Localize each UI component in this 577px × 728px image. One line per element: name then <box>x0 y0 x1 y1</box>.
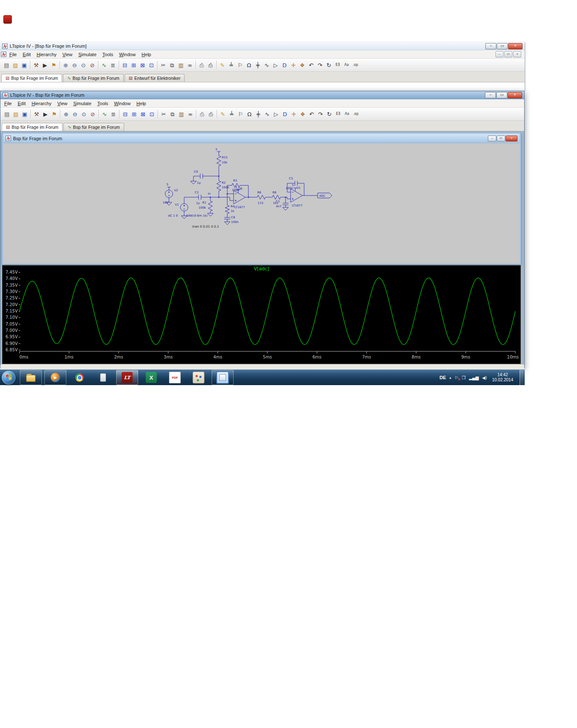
inductor-button[interactable]: ∿ <box>262 60 271 70</box>
view-symbol-button[interactable]: ⊟ <box>120 60 129 70</box>
view-schematic-button[interactable]: ⊞ <box>130 109 139 119</box>
mirror-button[interactable]: EƎ <box>333 60 342 70</box>
diode-button[interactable]: ▷ <box>271 60 280 70</box>
minimize-button[interactable]: – <box>485 92 496 98</box>
trace-legend[interactable]: V[adc] <box>254 266 269 272</box>
view-symbol-button[interactable]: ⊟ <box>121 109 130 119</box>
menu-hierarchy[interactable]: Hierarchy <box>34 51 60 58</box>
net-label-button[interactable]: ⚐ <box>236 109 245 119</box>
tab-window2-1[interactable]: ▤Bsp für Frage im Forum <box>2 123 63 131</box>
print-setup-button[interactable]: ⎙ <box>198 109 207 119</box>
ground-button[interactable]: ╧ <box>227 109 236 119</box>
zoom-full-button[interactable]: ⊙ <box>79 109 88 119</box>
component-button[interactable]: D <box>280 109 289 119</box>
net-label-button[interactable]: ⚐ <box>236 60 245 70</box>
plot-settings-button[interactable]: ∿ <box>100 60 109 70</box>
language-indicator[interactable]: DE <box>440 375 446 380</box>
text-button[interactable]: Aa <box>342 60 351 70</box>
halt-button[interactable]: ⚑ <box>50 109 59 119</box>
close-button[interactable]: × <box>508 92 522 98</box>
menu-edit[interactable]: Edit <box>15 100 29 107</box>
control-panel-button[interactable]: ⚒ <box>32 109 41 119</box>
spice-netlist-button[interactable]: ≣ <box>109 60 117 70</box>
view-log-button[interactable]: ⊡ <box>147 60 156 70</box>
paste-button[interactable]: ▥ <box>177 60 185 70</box>
zoom-in-button[interactable]: ⊕ <box>61 60 70 70</box>
move-button[interactable]: ✛ <box>289 109 298 119</box>
drag-button[interactable]: ❖ <box>298 109 307 119</box>
new-schematic-button[interactable]: ▤ <box>3 109 11 119</box>
find-button[interactable]: ∞ <box>185 60 194 70</box>
cut-button[interactable]: ✂ <box>159 109 168 119</box>
diode-button[interactable]: ▷ <box>272 109 280 119</box>
network-icon[interactable]: ▂▄▆ <box>469 375 479 380</box>
taskbar-ltspice-button[interactable]: LT <box>116 370 138 385</box>
rotate-button[interactable]: ↻ <box>325 109 334 119</box>
tab-window1-1[interactable]: ▤Bsp für Frage im Forum <box>1 74 62 82</box>
action-center-flag-icon[interactable]: ⚐× <box>455 375 458 380</box>
redo-button[interactable]: ↷ <box>316 60 324 70</box>
menu-file[interactable]: File <box>1 100 15 107</box>
restore-button[interactable]: ▭ <box>497 43 508 49</box>
taskbar-windows-media-player-button[interactable] <box>44 370 66 385</box>
resistor-button[interactable]: Ω <box>245 60 253 70</box>
move-button[interactable]: ✛ <box>289 60 298 70</box>
spice-directive-button[interactable]: .op <box>351 109 360 119</box>
menu-file[interactable]: File <box>6 51 20 58</box>
print-button[interactable]: ⎙ <box>207 109 215 119</box>
zoom-full-button[interactable]: ⊙ <box>79 60 88 70</box>
print-setup-button[interactable]: ⎙ <box>197 60 206 70</box>
menu-tools[interactable]: Tools <box>99 51 116 58</box>
resistor-button[interactable]: Ω <box>245 109 254 119</box>
taskbar-image-viewer-button[interactable] <box>212 370 234 385</box>
mdi-close-button[interactable]: × <box>513 51 521 57</box>
show-desktop-button[interactable] <box>520 370 524 386</box>
background-task-icon[interactable]: ❐ <box>462 375 465 380</box>
undo-button[interactable]: ↶ <box>307 60 316 70</box>
mdi-restore-button[interactable]: ▭ <box>504 51 512 57</box>
close-button[interactable]: × <box>506 136 517 141</box>
waveform-plot[interactable]: V[adc]7.45V7.40V7.35V7.30V7.25V7.20V7.15… <box>3 266 520 364</box>
component-button[interactable]: D <box>280 60 289 70</box>
inductor-button[interactable]: ∿ <box>263 109 272 119</box>
menu-simulate[interactable]: Simulate <box>75 51 99 58</box>
draw-wire-button[interactable]: ✎ <box>218 109 227 119</box>
minimize-button[interactable]: – <box>485 43 496 49</box>
start-button[interactable] <box>2 371 16 385</box>
menu-hierarchy[interactable]: Hierarchy <box>29 100 54 107</box>
zoom-out-button[interactable]: ⊖ <box>70 60 79 70</box>
capacitor-button[interactable]: ╪ <box>253 60 262 70</box>
taskbar-excel-button[interactable]: X <box>141 370 162 385</box>
tab-window1-2[interactable]: ∿Bsp für Frage im Forum <box>63 74 123 82</box>
save-button[interactable]: ▣ <box>20 109 29 119</box>
tray-expand-icon[interactable]: ▴ <box>449 375 452 380</box>
draw-wire-button[interactable]: ✎ <box>218 60 227 70</box>
volume-icon[interactable]: ◀) <box>482 375 487 380</box>
zoom-in-button[interactable]: ⊕ <box>62 109 71 119</box>
drag-button[interactable]: ❖ <box>298 60 307 70</box>
ltspice-desktop-icon[interactable] <box>3 15 12 24</box>
text-button[interactable]: Aa <box>343 109 351 119</box>
plot-settings-button[interactable]: ∿ <box>100 109 109 119</box>
save-button[interactable]: ▣ <box>20 60 29 70</box>
menu-window[interactable]: Window <box>111 100 133 107</box>
menu-view[interactable]: View <box>60 51 76 58</box>
redo-button[interactable]: ↷ <box>316 109 325 119</box>
open-file-button[interactable]: ▧ <box>11 109 20 119</box>
print-button[interactable]: ⎙ <box>206 60 215 70</box>
mdi-child-icon[interactable] <box>1 52 6 57</box>
view-schematic-button[interactable]: ⊞ <box>129 60 138 70</box>
run-button[interactable]: ▶ <box>41 60 49 70</box>
run-button[interactable]: ▶ <box>41 109 50 119</box>
copy-button[interactable]: ⧉ <box>168 60 177 70</box>
taskbar-chrome-button[interactable] <box>69 370 90 385</box>
menu-simulate[interactable]: Simulate <box>70 100 94 107</box>
view-log-button[interactable]: ⊡ <box>147 109 156 119</box>
capacitor-button[interactable]: ╪ <box>254 109 263 119</box>
zoom-out-button[interactable]: ⊖ <box>71 109 79 119</box>
spice-netlist-button[interactable]: ≣ <box>109 109 118 119</box>
view-netlist-button[interactable]: ⊠ <box>138 60 147 70</box>
taskbar-paint-button[interactable] <box>188 370 209 385</box>
mdi-minimize-button[interactable]: – <box>495 51 504 57</box>
view-netlist-button[interactable]: ⊠ <box>139 109 147 119</box>
